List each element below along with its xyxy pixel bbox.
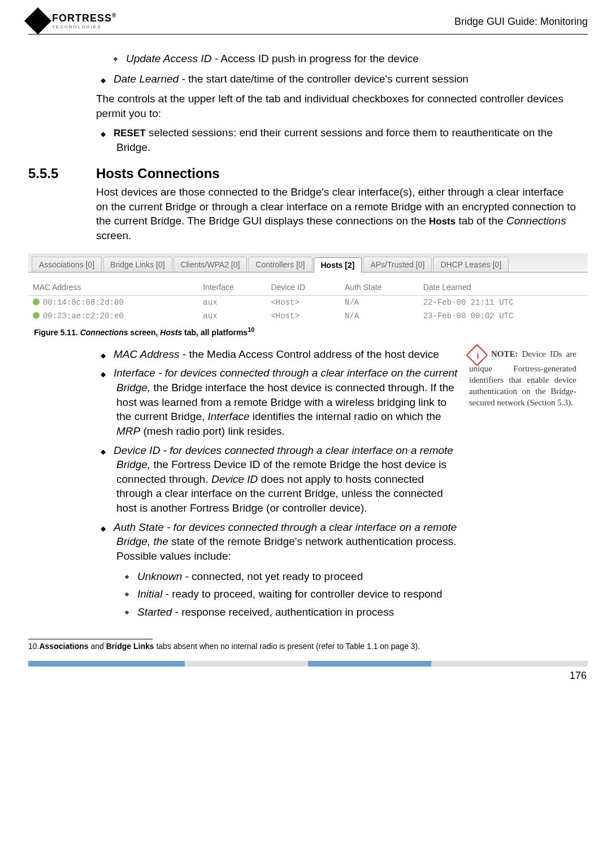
col-interface[interactable]: Interface xyxy=(198,279,266,296)
figure-caption: Figure 5.11. Connections screen, Hosts t… xyxy=(34,326,588,337)
status-dot-icon xyxy=(33,312,40,319)
logo: FORTRESS® TECHNOLOGIES xyxy=(28,11,116,31)
tab-bar: Associations [0] Bridge Links [0] Client… xyxy=(28,253,588,272)
col-device-id[interactable]: Device ID xyxy=(266,279,340,296)
list-item: RESET selected sessions: end their curre… xyxy=(101,126,576,155)
list-item: Update Access ID - Access ID push in pro… xyxy=(113,51,576,66)
header-path: Bridge GUI Guide: Monitoring xyxy=(454,16,588,28)
list-item: MAC Address - the Media Access Control a… xyxy=(101,347,458,362)
tab-associations[interactable]: Associations [0] xyxy=(32,257,102,272)
body-paragraph: The controls at the upper left of the ta… xyxy=(96,92,576,120)
section-number: 5.5.5 xyxy=(28,166,96,181)
hosts-table: MAC Address Interface Device ID Auth Sta… xyxy=(28,279,588,323)
list-item: Date Learned - the start date/time of th… xyxy=(101,72,576,86)
tab-bridge-links[interactable]: Bridge Links [0] xyxy=(103,257,172,272)
table-row[interactable]: 00:14:8c:08:2d:80 aux <Host> N/A 22-Feb-… xyxy=(28,296,588,310)
note-warning-icon: i xyxy=(466,344,488,366)
body-paragraph: Host devices are those connected to the … xyxy=(96,185,576,243)
footnote: 10.Associations and Bridge Links tabs ab… xyxy=(28,642,588,651)
logo-subtext: TECHNOLOGIES xyxy=(52,24,116,29)
list-item: Unknown - connected, not yet ready to pr… xyxy=(124,569,458,584)
page-number: 176 xyxy=(28,670,588,682)
list-item: Started - response received, authenticat… xyxy=(124,605,458,620)
tab-controllers[interactable]: Controllers [0] xyxy=(248,257,312,272)
table-row[interactable]: 00:23:ae:c2:20:e0 aux <Host> N/A 23-Feb-… xyxy=(28,309,588,323)
tab-clients-wpa2[interactable]: Clients/WPA2 [0] xyxy=(173,257,248,272)
col-auth-state[interactable]: Auth State xyxy=(340,279,419,296)
section-title: Hosts Connections xyxy=(96,166,220,181)
logo-text: FORTRESS® xyxy=(52,12,116,24)
col-mac[interactable]: MAC Address xyxy=(28,279,198,296)
fortress-logo-icon xyxy=(24,7,51,34)
list-item: Device ID - for devices connected throug… xyxy=(101,443,458,516)
tab-aps-trusted[interactable]: APs/Trusted [0] xyxy=(363,257,432,272)
list-item: Auth State - for devices connected throu… xyxy=(101,520,458,564)
page-header: FORTRESS® TECHNOLOGIES Bridge GUI Guide:… xyxy=(28,11,588,34)
side-note: i NOTE: Device IDs are unique Fortress-g… xyxy=(469,347,576,625)
tab-hosts[interactable]: Hosts [2] xyxy=(314,257,362,272)
list-item: Initial - ready to proceed, waiting for … xyxy=(124,587,458,602)
col-date-learned[interactable]: Date Learned xyxy=(419,279,588,296)
footer-bar xyxy=(28,661,588,667)
list-item: Interface - for devices connected throug… xyxy=(101,366,458,438)
hosts-screenshot: Associations [0] Bridge Links [0] Client… xyxy=(28,253,588,323)
status-dot-icon xyxy=(33,298,40,305)
footnote-rule xyxy=(28,639,153,639)
tab-dhcp-leases[interactable]: DHCP Leases [0] xyxy=(433,257,509,272)
